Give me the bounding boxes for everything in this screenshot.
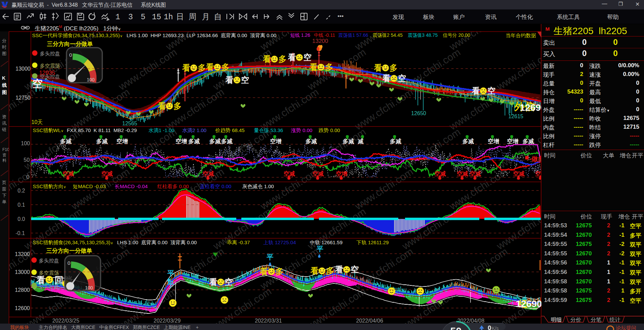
svg-text:www.cfchi.com: www.cfchi.com [258, 86, 320, 132]
svg-text:空增: 空增 [488, 138, 499, 145]
svg-text:多减: 多减 [343, 138, 354, 145]
svg-text:www.cfchi.com: www.cfchi.com [163, 6, 226, 52]
svg-text:www.cfchi.com: www.cfchi.com [352, 166, 415, 212]
svg-text:100: 100 [87, 77, 95, 82]
svg-text:多减: 多减 [305, 138, 317, 145]
svg-text:多减: 多减 [96, 138, 108, 145]
svg-text:0: 0 [488, 324, 491, 330]
svg-text:多减: 多减 [221, 138, 233, 145]
svg-text:看: 看 [158, 101, 166, 110]
svg-text:多: 多 [278, 54, 287, 64]
svg-text:多: 多 [390, 63, 398, 72]
svg-text:空: 空 [225, 277, 233, 286]
svg-text:多减: 多减 [209, 138, 221, 145]
svg-text:www.cfchi.com: www.cfchi.com [352, 6, 415, 52]
svg-text:分价: 分价 [570, 317, 581, 323]
svg-text:看: 看 [374, 63, 382, 72]
svg-text:多: 多 [325, 62, 333, 72]
svg-text:多减: 多减 [462, 138, 474, 145]
svg-text:多减: 多减 [522, 138, 534, 145]
svg-text:多: 多 [275, 267, 284, 276]
svg-text:空: 空 [487, 86, 495, 95]
svg-text:看: 看 [310, 266, 319, 275]
svg-text:看: 看 [472, 86, 480, 95]
svg-text:多减: 多减 [390, 138, 401, 145]
svg-text:www.cfchi.com: www.cfchi.com [447, 246, 509, 291]
svg-text:多: 多 [221, 62, 230, 72]
svg-text:看: 看 [288, 53, 296, 62]
svg-text:看: 看 [182, 63, 190, 72]
svg-text:www.cfchi.com: www.cfchi.com [258, 6, 320, 52]
svg-text:平: 平 [167, 280, 174, 288]
svg-text:K/s: K/s [492, 326, 499, 330]
svg-text:看: 看 [209, 277, 217, 286]
svg-text:www.cfchi.com: www.cfchi.com [400, 126, 462, 172]
svg-text:减: 减 [358, 138, 364, 145]
svg-text:0: 0 [69, 52, 72, 58]
svg-text:空增: 空增 [507, 138, 518, 145]
svg-text:看: 看 [260, 267, 268, 276]
svg-text:看: 看 [225, 75, 234, 84]
svg-text:空: 空 [398, 74, 406, 83]
svg-text:多减: 多减 [188, 138, 200, 145]
svg-text:统计: 统计 [610, 317, 620, 323]
svg-text:看: 看 [309, 62, 318, 72]
svg-text:平: 平 [167, 270, 174, 277]
svg-text:空: 空 [303, 53, 312, 62]
svg-text:www.cfchi.com: www.cfchi.com [0, 6, 37, 52]
svg-text:www.cfchi.com: www.cfchi.com [352, 86, 415, 132]
svg-text:50: 50 [450, 325, 461, 330]
svg-text:空: 空 [351, 265, 359, 274]
svg-text:看: 看 [335, 265, 343, 274]
svg-text:www.cfchi.com: www.cfchi.com [116, 46, 179, 92]
svg-text:空增: 空增 [116, 138, 128, 145]
svg-text:分笔: 分笔 [591, 317, 601, 323]
svg-text:空增: 空增 [270, 138, 281, 145]
svg-text:0: 0 [68, 260, 70, 266]
svg-text:明细: 明细 [551, 317, 562, 323]
svg-text:多: 多 [326, 266, 334, 275]
svg-text:平: 平 [266, 253, 273, 261]
svg-text:www.cfchi.com: www.cfchi.com [447, 6, 509, 52]
svg-text:空增: 空增 [176, 138, 187, 145]
svg-text:看: 看 [263, 54, 271, 64]
svg-text:多: 多 [198, 63, 206, 72]
svg-text:多减: 多减 [60, 138, 72, 145]
svg-text:看: 看 [206, 62, 214, 72]
svg-text:空: 空 [241, 75, 249, 84]
svg-text:多: 多 [173, 101, 182, 110]
svg-text:平: 平 [316, 245, 323, 253]
svg-text:看: 看 [382, 74, 391, 83]
